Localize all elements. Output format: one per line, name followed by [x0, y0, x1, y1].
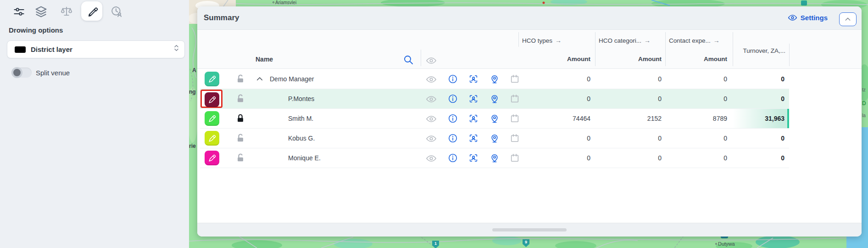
lock-open-icon[interactable] [235, 153, 245, 163]
table-row[interactable]: Monique E. 0 0 0 0 [200, 148, 789, 168]
column-divider [595, 32, 595, 66]
marker-tool-icon[interactable] [85, 4, 101, 19]
edit-pencil-button[interactable] [205, 131, 219, 146]
row-name[interactable]: Smith M. [288, 115, 313, 122]
panel-heading: Drowing options [9, 26, 63, 34]
info-icon[interactable] [448, 133, 459, 144]
split-venue-row: Split venue [11, 68, 70, 78]
lock-open-icon[interactable] [235, 74, 245, 84]
table-row[interactable]: Smith M. 74464 2152 8789 31,963 [200, 109, 789, 129]
amount-contact: 0 [665, 135, 727, 142]
lock-closed-icon[interactable] [235, 113, 245, 124]
row-visibility-icon[interactable] [426, 113, 437, 124]
column-header-amount: Amount [595, 56, 662, 62]
eye-icon [788, 13, 797, 23]
arrow-right-icon: → [713, 37, 720, 44]
focus-on-person-icon[interactable] [468, 74, 479, 85]
summary-title: Summary [204, 13, 239, 23]
column-group-hco-categories[interactable]: HCO categori...→ [599, 37, 651, 44]
column-divider [518, 32, 519, 47]
collapse-panel-button[interactable] [839, 12, 857, 26]
layer-select-value: District layer [31, 45, 72, 53]
collapse-group-icon[interactable] [256, 75, 264, 83]
row-name[interactable]: Demo Manager [270, 75, 314, 83]
location-pin-icon[interactable] [490, 94, 501, 105]
search-icon[interactable] [403, 54, 414, 65]
summary-rows: Demo Manager 0 0 0 0 P.Montes [200, 69, 789, 168]
select-updown-icon [174, 45, 179, 51]
panel-footer [197, 223, 862, 237]
info-icon[interactable] [448, 113, 459, 124]
column-group-hco-types[interactable]: HCO types→ [522, 37, 562, 44]
row-name[interactable]: Kobus G. [288, 135, 315, 142]
row-visibility-icon[interactable] [426, 74, 437, 85]
location-pin-icon[interactable] [490, 153, 501, 164]
table-row[interactable]: Demo Manager 0 0 0 0 [200, 69, 789, 89]
sliders-icon[interactable] [11, 4, 27, 19]
turnover-value: 0 [733, 95, 785, 102]
scales-icon[interactable] [59, 4, 74, 19]
map-label-fragment: la [862, 113, 866, 118]
summary-panel: Summary Settings Name [197, 6, 862, 237]
history-icon[interactable] [109, 4, 124, 19]
amount-hco-categories: 0 [595, 75, 662, 83]
layers-icon[interactable] [33, 4, 49, 19]
column-group-contact[interactable]: Contact expe...→ [669, 37, 720, 44]
row-name[interactable]: P.Montes [288, 95, 314, 102]
amount-contact: 0 [665, 95, 727, 102]
chevron-up-icon [844, 16, 851, 23]
map-label-fragment: D [862, 100, 866, 107]
focus-on-person-icon[interactable] [468, 133, 479, 144]
column-divider [421, 50, 421, 66]
lock-open-icon[interactable] [235, 133, 245, 143]
edit-pencil-button[interactable] [205, 151, 219, 165]
edit-pencil-button[interactable] [205, 92, 219, 107]
calendar-icon[interactable] [510, 133, 521, 144]
row-name[interactable]: Monique E. [288, 154, 321, 162]
edit-pencil-button[interactable] [205, 111, 219, 126]
pencil-icon [208, 96, 217, 104]
amount-hco-types: 0 [528, 135, 590, 142]
table-row[interactable]: Kobus G. 0 0 0 0 [200, 129, 789, 148]
info-icon[interactable] [448, 94, 459, 105]
column-header-turnover: Turnover, ZA,... [733, 47, 785, 54]
amount-contact: 0 [665, 75, 727, 83]
info-icon[interactable] [448, 74, 459, 85]
horizontal-scrollbar[interactable] [492, 228, 567, 231]
info-icon[interactable] [448, 153, 459, 164]
map-town-label-bottom: Dutywa [715, 241, 735, 247]
row-visibility-icon[interactable] [426, 153, 437, 164]
split-venue-toggle[interactable] [11, 68, 32, 78]
turnover-value: 0 [733, 135, 785, 142]
map-label-fragment: tz [862, 87, 866, 92]
amount-hco-categories: 2152 [595, 115, 662, 122]
summary-titlebar: Summary Settings [197, 6, 862, 30]
column-header-name[interactable]: Name [256, 56, 273, 63]
calendar-icon[interactable] [510, 74, 521, 85]
edit-pencil-button[interactable] [205, 72, 219, 86]
pencil-icon [208, 154, 217, 163]
focus-on-person-icon[interactable] [468, 94, 479, 105]
pencil-icon [208, 134, 217, 143]
amount-contact: 8789 [665, 115, 727, 122]
turnover-value: 0 [733, 154, 785, 162]
amount-hco-types: 0 [528, 154, 590, 162]
location-pin-icon[interactable] [490, 133, 501, 144]
settings-label: Settings [801, 14, 828, 22]
layer-select[interactable]: District layer [7, 40, 185, 58]
location-pin-icon[interactable] [490, 74, 501, 85]
calendar-icon[interactable] [510, 113, 521, 124]
focus-on-person-icon[interactable] [468, 153, 479, 164]
town-marker-icon [273, 1, 274, 3]
layer-color-swatch [15, 46, 26, 53]
settings-button[interactable]: Settings [788, 13, 828, 23]
map-label-fragment: rie [189, 143, 196, 149]
lock-open-icon[interactable] [235, 94, 245, 104]
calendar-icon[interactable] [510, 94, 521, 105]
table-row[interactable]: P.Montes 0 0 0 0 [200, 89, 789, 109]
calendar-icon[interactable] [510, 153, 521, 164]
row-visibility-icon[interactable] [426, 94, 437, 105]
location-pin-icon[interactable] [490, 113, 501, 124]
focus-on-person-icon[interactable] [468, 113, 479, 124]
row-visibility-icon[interactable] [426, 133, 437, 144]
